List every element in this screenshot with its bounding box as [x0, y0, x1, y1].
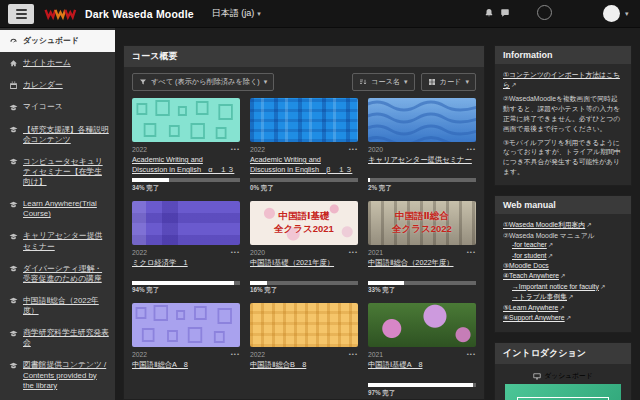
web-manual-link[interactable]: →トラブル事例集 — [512, 293, 567, 300]
course-image[interactable]: 中国語Ⅰ基礎 全クラス2021 — [250, 201, 358, 245]
information-text: ②WasedaMoodleを複数画面で同時起動すると、課題や小テスト等の入力を正… — [503, 94, 623, 133]
site-title[interactable]: Dark Waseda Moodle — [85, 8, 194, 20]
course-link[interactable]: Academic Writing and Discussion in Engli… — [250, 155, 358, 175]
import-howto-link[interactable]: ①コンテンツのインポート方法はこちら — [503, 71, 620, 88]
course-year: 2022 — [250, 145, 265, 154]
sidebar-item-course[interactable]: キャリアセンター提供セミナー — [0, 225, 115, 257]
course-card: 2022••• 中国語Ⅱ総合B 8 — [250, 303, 358, 398]
course-card: 2020••• キャリアセンター提供セミナー 2% 完了 — [368, 98, 476, 193]
web-manual-link[interactable]: -for student — [512, 252, 546, 259]
course-link[interactable]: キャリアセンター提供セミナー — [368, 155, 476, 175]
external-link-icon: ↗ — [586, 221, 591, 229]
display-mode-dropdown[interactable]: カード ▾ — [421, 73, 476, 91]
course-card-grid: 2022••• Academic Writing and Discussion … — [124, 96, 484, 400]
messages-chat-icon[interactable] — [500, 8, 511, 19]
course-link[interactable]: 中国語Ⅱ総合B 8 — [250, 360, 358, 380]
sidebar-item-course[interactable]: コンピュータセキュリティセミナー【在学生向け】 — [0, 151, 115, 193]
web-manual-link[interactable]: ⑤Learn Anywhere — [503, 304, 558, 311]
more-options-icon[interactable]: ••• — [467, 145, 476, 154]
course-link[interactable]: ミクロ経済学 1 — [132, 258, 240, 278]
language-label: 日本語 (ja) — [212, 7, 255, 20]
sidebar-item-course[interactable]: Learn Anywhere(Trial Course) — [0, 193, 115, 225]
course-image[interactable]: 中国語Ⅱ総合 全クラス2022 — [368, 201, 476, 245]
course-card: 中国語Ⅱ総合 全クラス2022 2021••• 中国語Ⅱ総合（2022年度） 3… — [368, 201, 476, 296]
introduction-block: イントロダクション ダッシュボード コース(科目)内利用 — [494, 342, 632, 400]
calendar-icon — [9, 81, 18, 90]
course-card: 2021••• 中国語Ⅰ基礎A 8 97% 完了 — [368, 303, 476, 398]
web-manual-link[interactable]: ④Teach Anywhere — [503, 272, 559, 279]
course-progress: 97% 完了 — [368, 383, 476, 398]
language-menu[interactable]: 日本語 (ja) ▾ — [212, 7, 261, 20]
more-options-icon[interactable]: ••• — [231, 248, 240, 257]
information-title: Information — [495, 46, 631, 64]
avatar-placeholder-circle-icon — [537, 5, 552, 20]
course-image-title: 中国語Ⅰ基礎 全クラス2021 — [250, 201, 358, 245]
course-image[interactable] — [368, 98, 476, 142]
web-manual-link[interactable]: ③Moodle Docs — [503, 262, 549, 269]
web-manual-block: Web manual ①Waseda Moodle利用案内↗ ②Waseda M… — [494, 195, 632, 333]
more-options-icon[interactable]: ••• — [349, 145, 358, 154]
course-link[interactable]: 中国語Ⅱ総合（2022年度） — [368, 258, 476, 278]
graduation-cap-icon — [9, 157, 18, 166]
web-manual-title: Web manual — [495, 196, 631, 214]
course-image[interactable] — [250, 303, 358, 347]
user-avatar[interactable] — [603, 5, 620, 22]
course-year: 2022 — [132, 350, 147, 359]
external-link-icon: ↗ — [511, 81, 516, 89]
video-icon — [533, 372, 541, 380]
sidebar-item-course[interactable]: 図書館提供コンテンツ / Contents provided by the li… — [0, 354, 115, 396]
sidebar-item-dashboard[interactable]: ダッシュボード — [0, 30, 115, 52]
waseda-logo-icon[interactable] — [44, 6, 78, 21]
sort-icon — [359, 78, 367, 86]
course-year: 2020 — [368, 145, 383, 154]
video-thumbnail-dashboard[interactable] — [505, 384, 621, 400]
external-link-icon: ↗ — [559, 304, 564, 312]
course-image[interactable] — [132, 98, 240, 142]
sidebar-item-my-courses[interactable]: マイコース — [0, 96, 115, 118]
more-options-icon[interactable]: ••• — [231, 145, 240, 154]
intro-dashboard-video-link[interactable]: ダッシュボード — [544, 371, 593, 381]
graduation-cap-icon — [9, 232, 18, 241]
course-image[interactable] — [132, 201, 240, 245]
graduation-cap-icon — [9, 361, 18, 370]
menu-toggle-button[interactable] — [8, 4, 34, 24]
sidebar-item-course[interactable]: 商学研究科学生研究発表会 — [0, 322, 115, 354]
more-options-icon[interactable]: ••• — [349, 248, 358, 257]
sidebar-item-course[interactable]: 中国語Ⅱ総合（2022年度） — [0, 290, 115, 322]
information-text: ③モバイルアプリを利用できるようになっておりますが、トライアル期間中につき不具合… — [503, 138, 623, 177]
web-manual-link[interactable]: -for teacher — [512, 241, 547, 248]
sidebar-item-course[interactable]: ダイバーシティ理解・受容促進のための講座 — [0, 258, 115, 290]
sort-dropdown[interactable]: コース名 ▾ — [352, 73, 415, 91]
more-options-icon[interactable]: ••• — [231, 350, 240, 359]
web-manual-link[interactable]: →Important notice for faculty — [512, 283, 599, 290]
user-menu-caret-icon[interactable]: ▾ — [625, 10, 629, 18]
course-link[interactable]: 中国語Ⅱ総合A 8 — [132, 360, 240, 380]
course-link[interactable]: 中国語Ⅰ基礎A 8 — [368, 360, 476, 380]
sidebar-item-site-home[interactable]: サイトホーム — [0, 52, 115, 74]
course-image[interactable] — [250, 98, 358, 142]
web-manual-link[interactable]: ⑥Support Anywhere — [503, 314, 565, 321]
sidebar-item-calendar[interactable]: カレンダー — [0, 74, 115, 96]
notifications-bell-icon[interactable] — [484, 8, 495, 19]
more-options-icon[interactable]: ••• — [467, 248, 476, 257]
course-filter-dropdown[interactable]: すべて (表示から削除済みを除く) ▾ — [132, 73, 274, 91]
introduction-title: イントロダクション — [495, 343, 631, 364]
course-image[interactable] — [132, 303, 240, 347]
more-options-icon[interactable]: ••• — [467, 350, 476, 359]
course-card: 2022••• ミクロ経済学 1 94% 完了 — [132, 201, 240, 296]
graduation-cap-icon — [9, 329, 18, 338]
course-year: 2022 — [132, 248, 147, 257]
top-navbar: Dark Waseda Moodle 日本語 (ja) ▾ ▾ — [0, 0, 640, 28]
web-manual-link[interactable]: ①Waseda Moodle利用案内 — [503, 221, 585, 228]
course-link[interactable]: 中国語Ⅰ基礎（2021年度） — [250, 258, 358, 278]
more-options-icon[interactable]: ••• — [349, 350, 358, 359]
course-image[interactable] — [368, 303, 476, 347]
graduation-cap-icon — [9, 125, 18, 134]
course-filter-row: すべて (表示から削除済みを除く) ▾ コース名 ▾ カード ▾ — [124, 67, 484, 96]
chevron-down-icon: ▾ — [264, 78, 268, 86]
sidebar-item-course[interactable]: 【研究支援課】各種説明会コンテンツ — [0, 119, 115, 151]
graduation-cap-icon — [9, 103, 18, 112]
course-card: 中国語Ⅰ基礎 全クラス2021 2020••• 中国語Ⅰ基礎（2021年度） 1… — [250, 201, 358, 296]
course-progress: 16% 完了 — [250, 281, 358, 296]
course-link[interactable]: Academic Writing and Discussion in Engli… — [132, 155, 240, 175]
